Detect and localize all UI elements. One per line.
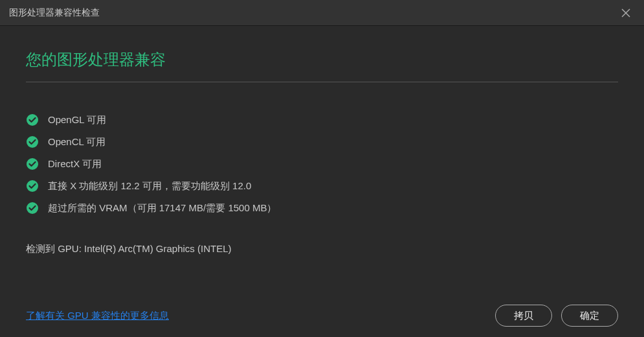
- check-item-opengl: OpenGL 可用: [26, 113, 618, 126]
- check-item-vram: 超过所需的 VRAM（可用 17147 MB/需要 1500 MB）: [26, 202, 618, 215]
- check-label: DirectX 可用: [48, 158, 102, 170]
- check-label: 超过所需的 VRAM（可用 17147 MB/需要 1500 MB）: [48, 202, 276, 215]
- window-title: 图形处理器兼容性检查: [9, 7, 100, 19]
- detected-gpu-text: 检测到 GPU: Intel(R) Arc(TM) Graphics (INTE…: [26, 243, 618, 255]
- learn-more-link[interactable]: 了解有关 GPU 兼容性的更多信息: [26, 310, 169, 322]
- divider: [26, 82, 618, 82]
- check-circle-icon: [26, 157, 39, 170]
- check-circle-icon: [26, 202, 39, 215]
- close-icon: [621, 8, 631, 18]
- check-label: 直接 X 功能级别 12.2 可用，需要功能级别 12.0: [48, 180, 251, 192]
- title-bar: 图形处理器兼容性检查: [0, 0, 644, 26]
- compatibility-heading: 您的图形处理器兼容: [26, 49, 618, 70]
- check-circle-icon: [26, 180, 39, 192]
- check-label: OpenGL 可用: [48, 114, 106, 126]
- check-label: OpenCL 可用: [48, 136, 105, 148]
- dialog-content: 您的图形处理器兼容 OpenGL 可用 OpenCL 可用 DirectX 可用…: [0, 26, 644, 305]
- close-button[interactable]: [617, 4, 635, 22]
- ok-button[interactable]: 确定: [561, 305, 618, 327]
- check-item-feature-level: 直接 X 功能级别 12.2 可用，需要功能级别 12.0: [26, 180, 618, 192]
- check-item-directx: DirectX 可用: [26, 157, 618, 170]
- check-item-opencl: OpenCL 可用: [26, 135, 618, 148]
- check-circle-icon: [26, 135, 39, 148]
- dialog-footer: 了解有关 GPU 兼容性的更多信息 拷贝 确定: [0, 305, 644, 327]
- check-list: OpenGL 可用 OpenCL 可用 DirectX 可用 直接 X 功能级别…: [26, 113, 618, 215]
- copy-button[interactable]: 拷贝: [495, 305, 552, 327]
- button-group: 拷贝 确定: [495, 305, 618, 327]
- check-circle-icon: [26, 113, 39, 126]
